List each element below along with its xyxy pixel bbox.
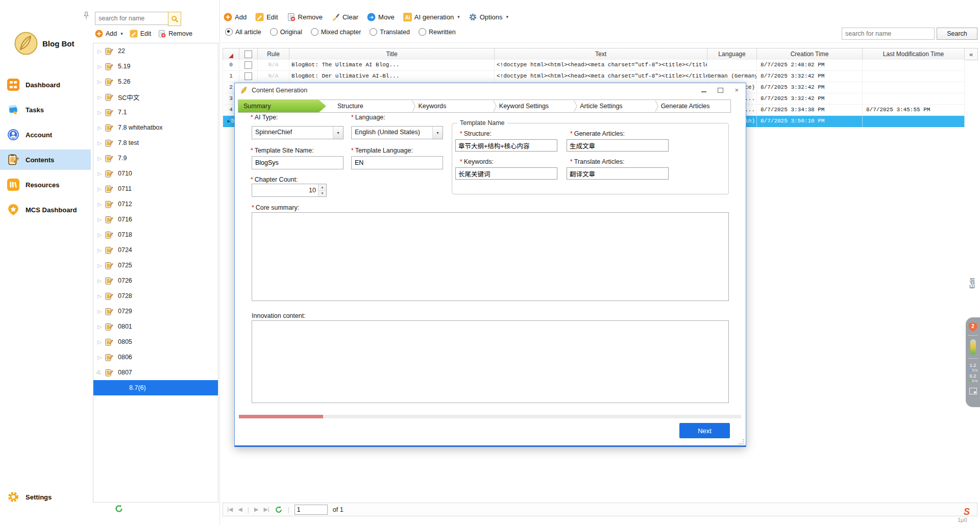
filter-all-article[interactable]: All article (225, 28, 261, 36)
expand-arrow-icon[interactable]: ▷ (96, 156, 103, 161)
tree-item-0805[interactable]: ▷0805 (93, 334, 218, 349)
expand-arrow-icon[interactable]: ▷ (96, 110, 103, 115)
expand-arrow-icon[interactable]: ▷ (96, 355, 103, 360)
tree-item-0726[interactable]: ▷0726 (93, 273, 218, 288)
table-row[interactable]: 0N/ABlogBot: The Ultimate AI Blog...<!do… (223, 60, 965, 71)
expand-arrow-icon[interactable]: ▷ (96, 309, 103, 314)
tree-item-22[interactable]: ▷22 (93, 43, 218, 59)
column-header-title[interactable]: Title (289, 48, 495, 60)
column-header-creation-time[interactable]: Creation Time (757, 48, 863, 60)
column-header-rule[interactable]: Rule (258, 48, 289, 60)
add-button[interactable]: Add (224, 13, 247, 21)
page-number-input[interactable] (295, 505, 328, 515)
tree-item-0712[interactable]: ▷0712 (93, 196, 218, 212)
structure-field[interactable] (455, 139, 557, 152)
innovation-content-textarea[interactable] (252, 320, 729, 403)
ai-type-select[interactable]: SpinnerChief ▾ (252, 126, 344, 139)
clear-button[interactable]: Clear (331, 13, 358, 21)
dialog-minimize-icon[interactable] (701, 91, 706, 92)
row-checkbox[interactable] (244, 72, 252, 80)
remove-button[interactable]: Remove (287, 13, 323, 21)
first-page-icon[interactable]: |◀ (227, 506, 233, 513)
expand-arrow-icon[interactable]: ▷ (96, 324, 103, 330)
move-button[interactable]: Move (367, 13, 395, 21)
tree-item-0710[interactable]: ▷0710 (93, 166, 218, 181)
tree-item-0801[interactable]: ▷0801 (93, 319, 218, 334)
remove-button[interactable]: Remove (158, 30, 192, 38)
dialog-close-icon[interactable]: × (734, 87, 739, 93)
filter-mixed-chapter[interactable]: Mixed chapter (311, 28, 361, 36)
keywords-field[interactable] (455, 167, 557, 180)
next-button[interactable]: Next (679, 423, 730, 438)
expand-arrow-icon[interactable]: ▷ (96, 48, 103, 54)
sidebar-item-account[interactable]: Account (0, 124, 91, 145)
resize-grip[interactable] (739, 439, 744, 444)
tree-item-sc中文[interactable]: ▷SC中文 (93, 89, 218, 105)
tree-item-0725[interactable]: ▷0725 (93, 258, 218, 273)
language-select[interactable]: English (United States) ▾ (351, 126, 443, 139)
collapse-arrow-icon[interactable]: ▷ (95, 368, 104, 377)
sidebar-item-contents[interactable]: Contents (0, 149, 91, 170)
tree-item-7-1[interactable]: ▷7.1 (93, 105, 218, 120)
edit-button[interactable]: Edit (130, 30, 152, 38)
expand-arrow-icon[interactable]: ▷ (96, 217, 103, 222)
ime-tray-icon[interactable]: S (964, 507, 970, 517)
shield-badge[interactable]: 2 (969, 322, 977, 332)
tree-item-0807[interactable]: ▷0807 (93, 365, 218, 380)
table-row[interactable]: 1N/ABlogBot: Der ultimative AI-Bl...<!do… (223, 71, 965, 82)
prev-page-icon[interactable]: ◀ (238, 506, 242, 513)
edit-button[interactable]: Edit (255, 13, 278, 21)
collapse-panel-button[interactable]: « (965, 48, 978, 60)
spin-up-icon[interactable]: ▲ (318, 184, 326, 191)
column-header-language[interactable]: Language (707, 48, 757, 60)
expand-arrow-icon[interactable]: ▷ (96, 247, 103, 253)
tab-summary[interactable]: Summary (238, 100, 326, 112)
translate-articles-field[interactable] (567, 167, 669, 180)
next-page-icon[interactable]: ▶ (254, 506, 258, 513)
filter-rewritten[interactable]: Rewritten (419, 28, 456, 36)
add-button[interactable]: Add▾ (95, 30, 123, 38)
tree-search-input[interactable] (95, 12, 169, 25)
generate-articles-field[interactable] (567, 139, 669, 152)
tree-item-7-9[interactable]: ▷7.9 (93, 151, 218, 166)
tree-item-8-7-6[interactable]: 8.7(6) (93, 380, 218, 395)
tree-item-0729[interactable]: ▷0729 (93, 304, 218, 319)
tree-item-0718[interactable]: ▷0718 (93, 227, 218, 242)
column-header-last-modification-time[interactable]: Last Modification Time (863, 48, 965, 60)
filter-translated[interactable]: Translated (370, 28, 410, 36)
core-summary-textarea[interactable] (252, 212, 729, 301)
row-checkbox[interactable] (244, 61, 252, 69)
expand-arrow-icon[interactable]: ▷ (96, 278, 103, 284)
template-site-name-field[interactable] (252, 156, 344, 169)
edit-side-tab[interactable]: Edit (969, 278, 976, 289)
sidebar-item-dashboard[interactable]: Dashboard (0, 74, 91, 95)
tree-item-0724[interactable]: ▷0724 (93, 242, 218, 258)
tree-item-7-8-test[interactable]: ▷7.8 test (93, 135, 218, 151)
last-page-icon[interactable]: ▶| (263, 506, 269, 513)
tab-article-settings[interactable]: Article Settings (569, 100, 649, 112)
expand-arrow-icon[interactable]: ▷ (96, 64, 103, 69)
tree-search-button[interactable] (168, 12, 181, 26)
tab-structure[interactable]: Structure (326, 100, 407, 112)
filter-original[interactable]: Original (270, 28, 302, 36)
sidebar-item-tasks[interactable]: Tasks (0, 99, 91, 120)
expand-arrow-icon[interactable]: ▷ (96, 263, 103, 268)
search-input[interactable] (842, 28, 935, 40)
tree-item-0806[interactable]: ▷0806 (93, 349, 218, 365)
tree-item-0728[interactable]: ▷0728 (93, 288, 218, 304)
expand-arrow-icon[interactable]: ▷ (96, 339, 103, 345)
expand-arrow-icon[interactable]: ▷ (96, 186, 103, 192)
search-button[interactable]: Search (937, 28, 977, 40)
floating-side-widget[interactable]: 2 1.2 ▲K/s 6.2 ▼K/s (966, 317, 980, 407)
expand-arrow-icon[interactable]: ▷ (96, 171, 103, 177)
expand-arrow-icon[interactable]: ▷ (96, 94, 103, 100)
options-button[interactable]: Options▾ (469, 13, 508, 21)
select-all-checkbox[interactable] (244, 51, 252, 58)
sidebar-item-resources[interactable]: Resources (0, 174, 91, 195)
sidebar-item-mcs-dashboard[interactable]: MCS Dashboard (0, 199, 91, 220)
spin-down-icon[interactable]: ▼ (318, 191, 326, 197)
dialog-maximize-icon[interactable] (718, 88, 723, 93)
tree-item-5-26[interactable]: ▷5.26 (93, 74, 218, 89)
tab-generate-articles[interactable]: Generate Articles (650, 100, 730, 112)
ai-generation-button[interactable]: AiAI generation▾ (403, 13, 460, 21)
